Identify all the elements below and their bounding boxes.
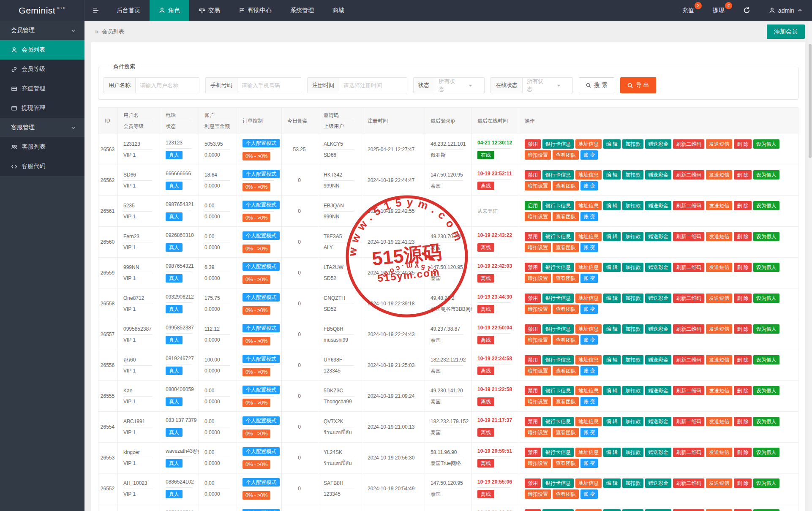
sidebar-group-member-manage[interactable]: 会员管理 xyxy=(0,21,84,40)
online-status-select[interactable]: 所有状态 xyxy=(523,78,572,93)
hidden-deduct-settings-button[interactable]: 暗扣设置 xyxy=(525,335,551,345)
view-team-button[interactable]: 查看团队 xyxy=(553,243,579,252)
delete-button[interactable]: 删 除 xyxy=(734,386,751,395)
edit-button[interactable]: 编 辑 xyxy=(603,448,621,457)
address-info-button[interactable]: 地址信息 xyxy=(575,170,602,179)
refresh-qrcode-button[interactable]: 刷新二维码 xyxy=(673,509,704,511)
account-change-button[interactable]: 账 变 xyxy=(580,243,598,252)
bank-info-button[interactable]: 银行卡信息 xyxy=(542,232,574,241)
view-team-button[interactable]: 查看团队 xyxy=(553,459,579,468)
regtime-input[interactable] xyxy=(339,78,407,93)
hidden-deduct-settings-button[interactable]: 暗扣设置 xyxy=(525,304,551,314)
phone-input[interactable] xyxy=(237,78,301,93)
add-deduct-button[interactable]: 加扣款 xyxy=(622,294,643,303)
set-fake-button[interactable]: 设为假人 xyxy=(753,201,779,210)
edit-button[interactable]: 编 辑 xyxy=(603,294,621,303)
address-info-button[interactable]: 地址信息 xyxy=(575,232,602,241)
send-sms-button[interactable]: 发送短信 xyxy=(706,170,732,179)
set-fake-button[interactable]: 设为假人 xyxy=(753,139,779,149)
send-sms-button[interactable]: 发送短信 xyxy=(706,201,732,210)
send-sms-button[interactable]: 发送短信 xyxy=(706,355,732,364)
view-team-button[interactable]: 查看团队 xyxy=(553,150,579,160)
set-fake-button[interactable]: 设为假人 xyxy=(753,263,779,272)
account-change-button[interactable]: 账 变 xyxy=(580,489,598,499)
add-deduct-button[interactable]: 加扣款 xyxy=(622,478,643,488)
add-deduct-button[interactable]: 加扣款 xyxy=(622,263,643,272)
delete-button[interactable]: 删 除 xyxy=(734,478,751,488)
hidden-deduct-settings-button[interactable]: 暗扣设置 xyxy=(525,181,551,190)
view-team-button[interactable]: 查看团队 xyxy=(553,397,579,406)
gift-bonus-button[interactable]: 赠送彩金 xyxy=(645,232,671,241)
toggle-enable-button[interactable]: 禁用 xyxy=(525,478,541,488)
set-fake-button[interactable]: 设为假人 xyxy=(753,355,779,364)
delete-button[interactable]: 删 除 xyxy=(734,170,751,179)
edit-button[interactable]: 编 辑 xyxy=(603,139,621,149)
add-deduct-button[interactable]: 加扣款 xyxy=(622,324,643,334)
view-team-button[interactable]: 查看团队 xyxy=(553,489,579,499)
view-team-button[interactable]: 查看团队 xyxy=(553,274,579,283)
toggle-enable-button[interactable]: 禁用 xyxy=(525,139,541,149)
bank-info-button[interactable]: 银行卡信息 xyxy=(542,294,574,303)
hidden-deduct-settings-button[interactable]: 暗扣设置 xyxy=(525,428,551,437)
sidebar-item-recharge-manage[interactable]: 充值管理 xyxy=(0,79,84,98)
send-sms-button[interactable]: 发送短信 xyxy=(706,509,732,511)
bank-info-button[interactable]: 银行卡信息 xyxy=(542,263,574,272)
view-team-button[interactable]: 查看团队 xyxy=(553,335,579,345)
hidden-deduct-settings-button[interactable]: 暗扣设置 xyxy=(525,274,551,283)
gift-bonus-button[interactable]: 赠送彩金 xyxy=(645,509,671,511)
set-fake-button[interactable]: 设为假人 xyxy=(753,448,779,457)
hidden-deduct-settings-button[interactable]: 暗扣设置 xyxy=(525,366,551,375)
add-deduct-button[interactable]: 加扣款 xyxy=(622,201,643,210)
nav-tab-roles[interactable]: 角色 xyxy=(150,0,189,21)
account-change-button[interactable]: 账 变 xyxy=(580,304,598,314)
account-change-button[interactable]: 账 变 xyxy=(580,150,598,160)
gift-bonus-button[interactable]: 赠送彩金 xyxy=(645,478,671,488)
delete-button[interactable]: 删 除 xyxy=(734,232,751,241)
address-info-button[interactable]: 地址信息 xyxy=(575,355,602,364)
account-change-button[interactable]: 账 变 xyxy=(580,459,598,468)
address-info-button[interactable]: 地址信息 xyxy=(575,324,602,334)
gift-bonus-button[interactable]: 赠送彩金 xyxy=(645,448,671,457)
edit-button[interactable]: 编 辑 xyxy=(603,232,621,241)
hidden-deduct-settings-button[interactable]: 暗扣设置 xyxy=(525,489,551,499)
add-deduct-button[interactable]: 加扣款 xyxy=(622,509,643,511)
toggle-enable-button[interactable]: 禁用 xyxy=(525,417,541,426)
send-sms-button[interactable]: 发送短信 xyxy=(706,232,732,241)
address-info-button[interactable]: 地址信息 xyxy=(575,417,602,426)
bank-info-button[interactable]: 银行卡信息 xyxy=(542,417,574,426)
gift-bonus-button[interactable]: 赠送彩金 xyxy=(645,263,671,272)
status-select[interactable]: 所有状态 xyxy=(434,78,484,93)
nav-tab-trade[interactable]: 交易 xyxy=(189,0,229,21)
send-sms-button[interactable]: 发送短信 xyxy=(706,139,732,149)
view-team-button[interactable]: 查看团队 xyxy=(553,366,579,375)
hidden-deduct-settings-button[interactable]: 暗扣设置 xyxy=(525,212,551,221)
hidden-deduct-settings-button[interactable]: 暗扣设置 xyxy=(525,150,551,160)
account-change-button[interactable]: 账 变 xyxy=(580,274,598,283)
edit-button[interactable]: 编 辑 xyxy=(603,355,621,364)
bank-info-button[interactable]: 银行卡信息 xyxy=(542,355,574,364)
delete-button[interactable]: 删 除 xyxy=(734,417,751,426)
address-info-button[interactable]: 地址信息 xyxy=(575,509,602,511)
set-fake-button[interactable]: 设为假人 xyxy=(753,417,779,426)
gift-bonus-button[interactable]: 赠送彩金 xyxy=(645,201,671,210)
nav-tab-help-center[interactable]: 帮助中心 xyxy=(229,0,281,21)
bank-info-button[interactable]: 银行卡信息 xyxy=(542,509,574,511)
search-button[interactable]: 搜 索 xyxy=(579,77,614,93)
toggle-enable-button[interactable]: 禁用 xyxy=(525,509,541,511)
set-fake-button[interactable]: 设为假人 xyxy=(753,386,779,395)
address-info-button[interactable]: 地址信息 xyxy=(575,201,602,210)
send-sms-button[interactable]: 发送短信 xyxy=(706,263,732,272)
bank-info-button[interactable]: 银行卡信息 xyxy=(542,386,574,395)
nav-tab-system[interactable]: 系统管理 xyxy=(281,0,323,21)
hidden-deduct-settings-button[interactable]: 暗扣设置 xyxy=(525,459,551,468)
add-member-button[interactable]: 添加会员 xyxy=(767,24,805,39)
address-info-button[interactable]: 地址信息 xyxy=(575,263,602,272)
toggle-enable-button[interactable]: 禁用 xyxy=(525,170,541,179)
nav-tab-home[interactable]: 后台首页 xyxy=(107,0,150,21)
add-deduct-button[interactable]: 加扣款 xyxy=(622,448,643,457)
view-team-button[interactable]: 查看团队 xyxy=(553,304,579,314)
account-change-button[interactable]: 账 变 xyxy=(580,366,598,375)
gift-bonus-button[interactable]: 赠送彩金 xyxy=(645,324,671,334)
view-team-button[interactable]: 查看团队 xyxy=(553,428,579,437)
account-change-button[interactable]: 账 变 xyxy=(580,181,598,190)
